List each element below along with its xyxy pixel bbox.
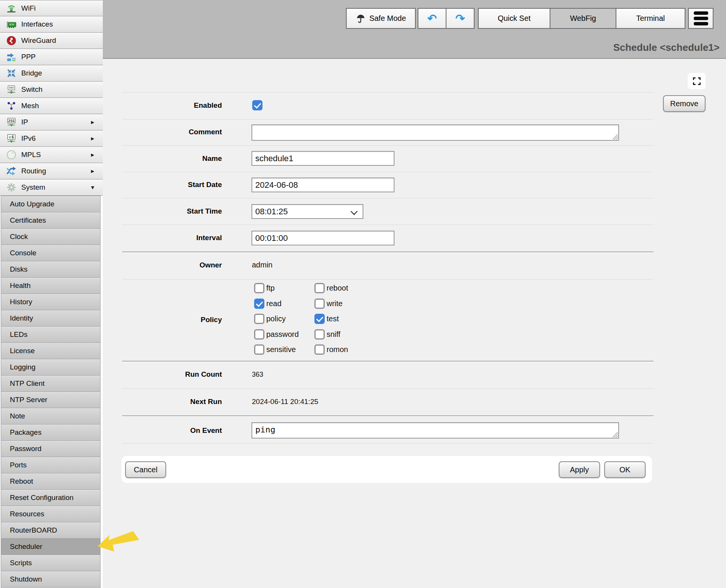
undo-button[interactable]: ↶ [418,8,446,29]
ppp-icon [5,51,18,63]
row-divider [122,145,654,146]
romon-checkbox[interactable] [314,344,325,355]
sidebar-item-clock[interactable]: Clock [1,228,101,245]
system-submenu: Auto Upgrade Certificates Clock Console … [0,196,103,588]
ok-button[interactable]: OK [604,461,646,478]
policy-option-romon[interactable]: romon [313,344,396,360]
sidebar-item-wireguard[interactable]: WireGuard [0,33,103,49]
sidebar-item-ppp[interactable]: PPP [0,49,103,65]
redo-button[interactable]: ↷ [446,8,475,29]
owner-value: admin [252,261,272,269]
quick-set-label: Quick Set [498,14,531,23]
password-checkbox[interactable] [254,329,264,340]
sidebar-item-resources[interactable]: Resources [1,506,101,522]
sidebar-item-console[interactable]: Console [1,245,101,261]
sidebar-item-switch[interactable]: Switch [0,82,103,98]
ftp-checkbox[interactable] [254,283,264,293]
undo-arrow-icon: ↶ [427,13,437,24]
sidebar-item-reboot[interactable]: Reboot [1,473,101,489]
wifi-icon [5,3,18,14]
sidebar: WiFi Interfaces WireGuard PPP Bridge [0,0,103,588]
sidebar-item-ntp-client[interactable]: NTP Client [1,375,101,391]
sidebar-item-identity[interactable]: Identity [1,310,101,326]
interval-field[interactable] [251,231,394,245]
sidebar-item-license[interactable]: License [1,343,101,359]
fullscreen-corners-icon [692,76,702,86]
svg-text:6: 6 [11,135,14,139]
bridge-icon [5,68,18,79]
enabled-checkbox[interactable] [252,100,262,110]
policy-option-write[interactable]: write [313,299,396,314]
policy-option-label: password [266,329,299,340]
policy-option-sniff[interactable]: sniff [313,329,396,345]
sidebar-item-disks[interactable]: Disks [1,261,101,277]
sensitive-checkbox[interactable] [254,344,264,355]
policy-option-label: test [327,314,339,324]
row-divider [122,119,654,119]
sidebar-item-shutdown[interactable]: Shutdown [1,571,101,587]
tab-terminal[interactable]: Terminal [616,8,685,29]
cancel-button[interactable]: Cancel [125,461,166,478]
sidebar-item-interfaces[interactable]: Interfaces [0,16,103,33]
policy-option-test[interactable]: test [313,314,396,329]
sidebar-item-packages[interactable]: Packages [1,424,101,440]
sidebar-item-system[interactable]: System ▼ [0,179,103,196]
sidebar-item-bridge[interactable]: Bridge [0,65,103,82]
sidebar-item-leds[interactable]: LEDs [1,326,101,343]
sidebar-item-password[interactable]: Password [1,440,101,457]
name-field[interactable] [251,151,394,166]
test-checkbox[interactable] [314,314,325,324]
sidebar-item-routing[interactable]: Routing ► [0,163,103,179]
sidebar-item-auto-upgrade[interactable]: Auto Upgrade [1,196,101,212]
safe-mode-button[interactable]: Safe Mode [346,8,416,29]
sidebar-item-routerboard[interactable]: RouterBOARD [1,522,101,538]
policy-option-sensitive[interactable]: sensitive [252,344,313,360]
sidebar-item-history[interactable]: History [1,294,101,310]
reboot-checkbox[interactable] [314,283,325,293]
sidebar-item-scheduler[interactable]: Scheduler [1,538,101,555]
policy-option-read[interactable]: read [252,299,313,314]
sidebar-item-health[interactable]: Health [1,277,101,294]
row-divider [122,198,654,198]
sidebar-item-mesh[interactable]: Mesh [0,98,103,114]
policy-option-reboot[interactable]: reboot [313,283,396,299]
sidebar-item-label: IP [21,118,28,126]
start-date-label: Start Date [110,181,222,189]
main-menu-button[interactable] [688,8,713,29]
read-checkbox[interactable] [254,299,264,309]
sidebar-item-ipv6[interactable]: v6 IPv6 ► [0,130,103,147]
remove-button[interactable]: Remove [663,95,706,112]
sidebar-item-ntp-server[interactable]: NTP Server [1,391,101,408]
submenu-expand-arrow: ► [90,119,95,125]
start-date-field[interactable] [251,178,394,192]
name-label: Name [110,154,222,163]
sidebar-item-certificates[interactable]: Certificates [1,212,101,228]
hamburger-menu-icon [694,11,708,25]
sidebar-item-ports[interactable]: Ports [1,457,101,473]
write-checkbox[interactable] [314,299,325,309]
sidebar-item-ip[interactable]: 255 IP ► [0,114,103,130]
sidebar-item-scripts[interactable]: Scripts [1,555,101,571]
policy-checkbox[interactable] [254,314,264,324]
apply-button[interactable]: Apply [559,461,600,478]
comment-field[interactable] [252,125,618,140]
policy-option-policy[interactable]: policy [252,314,313,329]
policy-option-label: write [327,299,343,309]
sidebar-item-note[interactable]: Note [1,408,101,424]
tab-webfig[interactable]: WebFig [550,8,616,29]
on-event-field-wrap: ping [251,422,619,439]
policy-option-ftp[interactable]: ftp [252,283,313,299]
sidebar-item-mpls[interactable]: MPLS ► [0,147,103,163]
sidebar-item-reset-configuration[interactable]: Reset Configuration [1,489,101,506]
sidebar-item-logging[interactable]: Logging [1,359,101,375]
terminal-label: Terminal [636,14,665,23]
sidebar-item-wifi[interactable]: WiFi [0,0,103,16]
sniff-checkbox[interactable] [314,329,325,340]
on-event-field[interactable]: ping [252,423,618,438]
tab-quick-set[interactable]: Quick Set [478,8,550,29]
start-time-select[interactable]: 08:01:25 [251,204,363,219]
policy-checkbox-grid: ftp reboot read write policy test passwo… [252,283,396,360]
expand-button[interactable] [688,73,706,89]
policy-option-password[interactable]: password [252,329,313,345]
policy-option-label: sensitive [266,344,296,355]
